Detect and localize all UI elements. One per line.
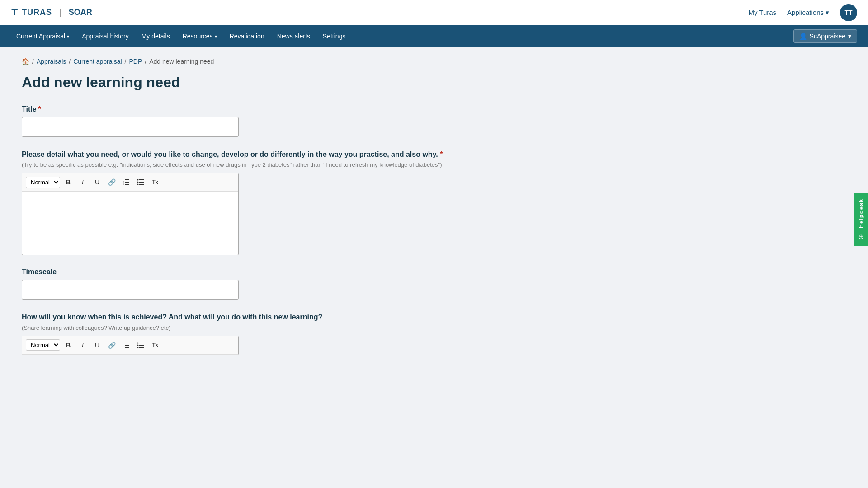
- title-input[interactable]: [22, 117, 239, 137]
- timescale-input[interactable]: [22, 280, 239, 300]
- timescale-field-section: Timescale: [22, 268, 476, 300]
- top-nav-right: My Turas Applications ▾ TT: [748, 4, 857, 21]
- applications-button[interactable]: Applications ▾: [787, 9, 829, 17]
- logo-sub: SOAR: [69, 8, 92, 17]
- nav-revalidation[interactable]: Revalidation: [224, 25, 270, 47]
- breadcrumb-sep-3: /: [125, 58, 127, 65]
- my-turas-link[interactable]: My Turas: [748, 9, 776, 16]
- home-icon: 🏠: [22, 58, 29, 65]
- title-label-text: Title: [22, 105, 37, 113]
- logo-area: ⊤ TURAS | SOAR: [11, 8, 92, 18]
- achieved-label-text: How will you know when this is achieved?…: [22, 313, 322, 321]
- rte-underline-button[interactable]: U: [91, 176, 104, 188]
- achieved-rte-bold-button[interactable]: B: [62, 339, 75, 352]
- top-navigation: ⊤ TURAS | SOAR My Turas Applications ▾ T…: [0, 0, 868, 25]
- svg-point-18: [137, 342, 139, 343]
- nav-resources-label: Resources: [183, 33, 213, 40]
- nav-news-alerts-label: News alerts: [277, 33, 310, 40]
- nav-current-appraisal-label: Current Appraisal: [16, 33, 65, 40]
- user-dropdown-label: ScAppraisee: [810, 33, 845, 40]
- achieved-label: How will you know when this is achieved?…: [22, 312, 476, 322]
- breadcrumb-sep-1: /: [32, 58, 34, 65]
- achieved-field-section: How will you know when this is achieved?…: [22, 312, 476, 355]
- timescale-label: Timescale: [22, 268, 476, 276]
- achieved-rte-ul-button[interactable]: [134, 339, 147, 352]
- helpdesk-label: Helpdesk: [858, 199, 864, 229]
- rte-style-select[interactable]: Normal: [26, 177, 60, 188]
- breadcrumb-sep-2: /: [69, 58, 71, 65]
- svg-point-9: [137, 179, 139, 181]
- breadcrumb-appraisals[interactable]: Appraisals: [37, 58, 66, 65]
- blue-navigation: Current Appraisal ▾ Appraisal history My…: [0, 25, 868, 47]
- blue-nav-links: Current Appraisal ▾ Appraisal history My…: [11, 25, 351, 47]
- achieved-rte-ol-button[interactable]: [120, 339, 132, 352]
- svg-rect-17: [139, 347, 144, 348]
- nav-my-details-label: My details: [142, 33, 170, 40]
- achieved-rte-link-button[interactable]: 🔗: [105, 339, 118, 352]
- current-appraisal-chevron-icon: ▾: [67, 34, 69, 39]
- logo-separator: |: [59, 8, 61, 17]
- description-rte: Normal B I U 🔗 1.2.3. Tx: [22, 173, 239, 255]
- nav-appraisal-history-label: Appraisal history: [82, 33, 129, 40]
- nav-resources[interactable]: Resources ▾: [177, 25, 222, 47]
- rte-clear-format-button[interactable]: Tx: [149, 176, 161, 188]
- svg-point-11: [137, 184, 139, 185]
- description-editor[interactable]: [22, 192, 238, 255]
- breadcrumb-sep-4: /: [145, 58, 146, 65]
- rte-ordered-list-button[interactable]: 1.2.3.: [120, 176, 132, 188]
- main-content: 🏠 / Appraisals / Current appraisal / PDP…: [0, 47, 497, 379]
- title-field-label: Title *: [22, 105, 476, 113]
- logo-text: TURAS: [22, 8, 52, 17]
- svg-rect-15: [139, 343, 144, 343]
- user-dropdown-chevron-icon: ▾: [848, 33, 851, 40]
- svg-rect-16: [139, 345, 144, 346]
- applications-chevron-icon: ▾: [826, 9, 829, 17]
- svg-rect-13: [125, 345, 129, 346]
- breadcrumb-current-appraisal[interactable]: Current appraisal: [73, 58, 122, 65]
- achieved-rte: Normal B I U 🔗 Tx: [22, 336, 239, 355]
- svg-text:3.: 3.: [123, 183, 124, 185]
- achieved-rte-style-select[interactable]: Normal: [26, 339, 60, 351]
- svg-rect-1: [125, 182, 129, 183]
- rte-bold-button[interactable]: B: [62, 176, 75, 188]
- rte-toolbar: Normal B I U 🔗 1.2.3. Tx: [22, 173, 238, 192]
- timescale-label-text: Timescale: [22, 268, 57, 276]
- description-label: Please detail what you need, or would yo…: [22, 150, 476, 160]
- page-title: Add new learning need: [22, 74, 476, 91]
- svg-rect-2: [125, 184, 129, 185]
- description-required-star: *: [440, 150, 443, 158]
- svg-rect-12: [125, 343, 129, 343]
- achieved-rte-toolbar: Normal B I U 🔗 Tx: [22, 336, 238, 355]
- svg-rect-6: [139, 179, 144, 180]
- achieved-rte-underline-button[interactable]: U: [91, 339, 104, 352]
- svg-point-20: [137, 347, 139, 348]
- nav-news-alerts[interactable]: News alerts: [272, 25, 316, 47]
- description-field-section: Please detail what you need, or would yo…: [22, 150, 476, 255]
- achieved-rte-clear-button[interactable]: Tx: [149, 339, 161, 352]
- title-field-section: Title *: [22, 105, 476, 137]
- description-hint: (Try to be as specific as possible e.g. …: [22, 161, 476, 168]
- rte-italic-button[interactable]: I: [76, 176, 89, 188]
- nav-revalidation-label: Revalidation: [230, 33, 264, 40]
- logo-icon: ⊤: [11, 8, 18, 18]
- title-required-star: *: [38, 105, 41, 113]
- nav-current-appraisal[interactable]: Current Appraisal ▾: [11, 25, 75, 47]
- user-dropdown[interactable]: 👤 ScAppraisee ▾: [793, 29, 857, 43]
- svg-rect-0: [125, 179, 129, 180]
- breadcrumb-home[interactable]: 🏠: [22, 58, 29, 65]
- svg-point-19: [137, 344, 139, 346]
- resources-chevron-icon: ▾: [215, 34, 217, 39]
- svg-rect-14: [125, 347, 129, 348]
- avatar[interactable]: TT: [840, 4, 857, 21]
- nav-my-details[interactable]: My details: [136, 25, 175, 47]
- nav-appraisal-history[interactable]: Appraisal history: [76, 25, 134, 47]
- achieved-hint: (Share learning with colleagues? Write u…: [22, 324, 476, 331]
- breadcrumb-pdp[interactable]: PDP: [129, 58, 142, 65]
- rte-link-button[interactable]: 🔗: [105, 176, 118, 188]
- description-label-text: Please detail what you need, or would yo…: [22, 150, 438, 158]
- achieved-rte-italic-button[interactable]: I: [76, 339, 89, 352]
- svg-rect-7: [139, 182, 144, 183]
- nav-settings[interactable]: Settings: [317, 25, 351, 47]
- rte-unordered-list-button[interactable]: [134, 176, 147, 188]
- helpdesk-tab[interactable]: Helpdesk ⊕: [854, 193, 868, 246]
